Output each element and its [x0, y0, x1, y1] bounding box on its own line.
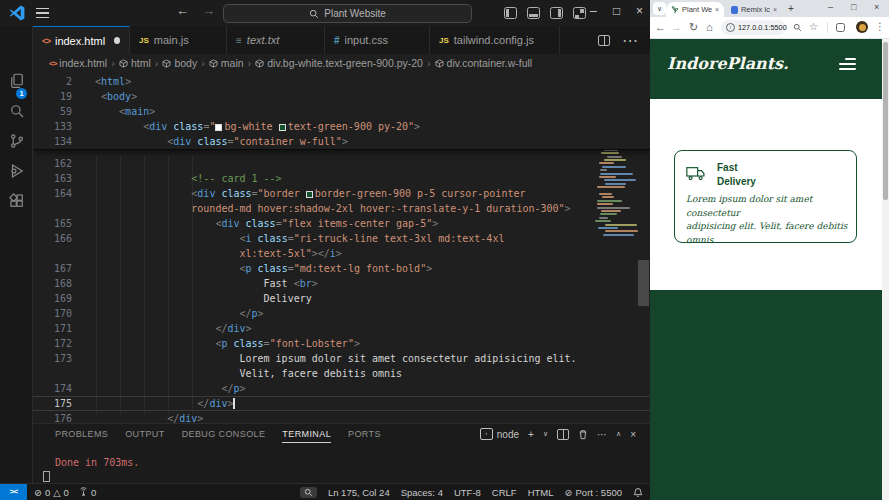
close-panel-icon[interactable]: × — [630, 429, 636, 440]
browser-minimize-button[interactable]: – — [828, 2, 833, 12]
browser-tab-plant[interactable]: Plant Web × — [666, 2, 724, 17]
encoding-indicator[interactable]: UTF-8 — [454, 487, 481, 498]
code-line[interactable]: rounded-md hover:shadow-2xl hover:-trans… — [33, 201, 650, 216]
browser-forward-icon[interactable]: → — [671, 21, 682, 33]
tab-main-js[interactable]: JS main.js — [130, 26, 227, 54]
panel-more-actions-icon[interactable]: ⋯ — [597, 429, 607, 440]
tab-close-icon[interactable]: × — [773, 6, 777, 13]
panel-tab-debug-console[interactable]: DEBUG CONSOLE — [182, 429, 266, 443]
code-line[interactable]: 133<div class="bg-white text-green-900 p… — [33, 119, 650, 134]
breadcrumb-item[interactable]: main — [209, 57, 244, 69]
site-info-icon[interactable]: i — [726, 23, 735, 32]
site-menu-icon[interactable] — [838, 58, 856, 70]
kill-terminal-icon[interactable] — [578, 429, 588, 440]
explorer-icon[interactable] — [8, 72, 26, 90]
new-tab-button[interactable]: + — [788, 3, 794, 14]
code-line[interactable]: 170</p> — [33, 306, 650, 321]
command-center-search[interactable]: Plant Website — [223, 4, 472, 23]
panel-tab-output[interactable]: OUTPUT — [125, 429, 164, 443]
run-debug-icon[interactable] — [8, 162, 26, 180]
window-close-button[interactable]: × — [636, 4, 643, 18]
profile-avatar[interactable] — [856, 21, 868, 33]
browser-back-icon[interactable]: ← — [655, 21, 666, 33]
terminal-dropdown-icon[interactable]: ∨ — [543, 430, 548, 438]
eol-indicator[interactable]: CRLF — [492, 487, 517, 498]
code-line-current[interactable]: 175</div> — [33, 396, 650, 411]
split-editor-icon[interactable] — [598, 35, 610, 46]
browser-home-icon[interactable]: ⌂ — [706, 21, 713, 33]
code-line[interactable]: 19<body> — [33, 89, 650, 104]
live-server-port[interactable]: ⊘ Port : 5500 — [565, 487, 622, 498]
panel-tab-terminal[interactable]: TERMINAL — [282, 429, 331, 443]
editor-scrollbar-thumb[interactable] — [638, 260, 649, 306]
toggle-sidebar-icon[interactable] — [504, 7, 517, 19]
code-line[interactable]: Velit, facere debitis omnis — [33, 366, 650, 381]
tab-index-html[interactable]: <> index.html — [33, 26, 130, 54]
notifications-bell-icon[interactable] — [633, 487, 643, 498]
breadcrumb-item[interactable]: body — [162, 57, 197, 69]
code-line[interactable]: 163<!-- card 1 --> — [33, 171, 650, 186]
breadcrumb-item[interactable]: html — [119, 57, 151, 69]
code-line[interactable]: 171</div> — [33, 321, 650, 336]
breadcrumb-item[interactable]: div.bg-white.text-green-900.py-20 — [255, 57, 423, 69]
menu-icon[interactable] — [36, 8, 49, 18]
language-indicator[interactable]: HTML — [528, 487, 554, 498]
modified-dot-icon[interactable] — [114, 37, 120, 44]
zoom-icon[interactable] — [793, 23, 802, 32]
panel-tab-ports[interactable]: PORTS — [348, 429, 381, 443]
code-line[interactable]: 134<div class="container w-full"> — [33, 134, 650, 149]
terminal-shell-item[interactable]: › node — [480, 428, 519, 440]
code-line[interactable]: 166<i class="ri-truck-line text-3xl md:t… — [33, 231, 650, 246]
customize-layout-icon[interactable] — [573, 7, 586, 19]
code-editor[interactable]: 162163<!-- card 1 -->164<div class="bord… — [33, 72, 650, 423]
ports-indicator[interactable]: 0 — [79, 487, 96, 498]
browser-maximize-button[interactable]: □ — [851, 2, 856, 12]
tab-text-txt[interactable]: ≡ text.txt — [227, 26, 325, 54]
window-maximize-button[interactable]: □ — [613, 4, 620, 18]
code-line[interactable]: 167<p class="md:text-lg font-bold"> — [33, 261, 650, 276]
editor-more-actions-icon[interactable]: ⋯ — [622, 31, 638, 50]
nav-forward-icon[interactable]: → — [202, 3, 215, 18]
breadcrumb-item[interactable]: <>index.html — [49, 57, 107, 69]
split-terminal-icon[interactable] — [557, 429, 569, 440]
toggle-secondary-sidebar-icon[interactable] — [550, 7, 563, 19]
nav-back-icon[interactable]: ← — [176, 3, 189, 18]
browser-tab-remix[interactable]: Remix Ico × — [726, 2, 782, 17]
bookmark-star-icon[interactable]: ☆ — [809, 21, 818, 32]
browser-reload-icon[interactable]: ↻ — [689, 21, 698, 34]
extensions-browser-icon[interactable] — [836, 23, 845, 32]
code-line[interactable]: 176</div> — [33, 411, 650, 423]
toggle-panel-icon[interactable] — [527, 7, 540, 19]
code-line[interactable]: 165<div class="flex items-center gap-5"> — [33, 216, 650, 231]
code-line[interactable]: 162 — [33, 156, 650, 171]
tab-input-css[interactable]: # input.css — [325, 26, 430, 54]
code-line[interactable]: 2<html> — [33, 74, 650, 89]
code-line[interactable]: 174</p> — [33, 381, 650, 396]
code-line[interactable]: 169Delivery — [33, 291, 650, 306]
tab-tailwind-config[interactable]: JS tailwind.config.js — [430, 26, 560, 54]
panel-tab-problems[interactable]: PROBLEMS — [55, 429, 108, 443]
window-minimize-button[interactable]: – — [590, 4, 597, 18]
problems-indicator[interactable]: ⊘ 0 △ 0 — [34, 487, 69, 498]
tab-search-chevron-icon[interactable]: ∨ — [653, 2, 666, 15]
tab-close-icon[interactable]: × — [715, 6, 719, 13]
site-brand[interactable]: IndorePlants. — [667, 54, 789, 73]
extensions-icon[interactable] — [8, 192, 26, 210]
page-scrollbar-thumb[interactable] — [883, 42, 888, 200]
code-line[interactable]: xl:text-5xl"></i> — [33, 246, 650, 261]
remote-indicator[interactable]: >< — [0, 484, 27, 500]
page-scrollbar[interactable] — [882, 39, 889, 500]
new-terminal-icon[interactable]: + — [528, 429, 534, 440]
cursor-position[interactable]: Ln 175, Col 24 — [328, 487, 390, 498]
code-line[interactable]: 172<p class="font-Lobster"> — [33, 336, 650, 351]
indentation-indicator[interactable]: Spaces: 4 — [401, 487, 443, 498]
browser-close-button[interactable]: × — [874, 2, 879, 12]
fast-delivery-card[interactable]: Fast Delivery Lorem ipsum dolor sit amet… — [674, 150, 857, 243]
code-line[interactable]: 168Fast <br> — [33, 276, 650, 291]
search-sidebar-icon[interactable] — [8, 102, 26, 120]
breadcrumb-item[interactable]: div.container.w-full — [435, 57, 533, 69]
source-control-icon[interactable] — [8, 132, 26, 150]
screencast-zoom-indicator[interactable] — [300, 487, 317, 498]
maximize-panel-icon[interactable]: ∧ — [616, 430, 621, 438]
code-line[interactable]: 164<div class="border border-green-900 p… — [33, 186, 650, 201]
